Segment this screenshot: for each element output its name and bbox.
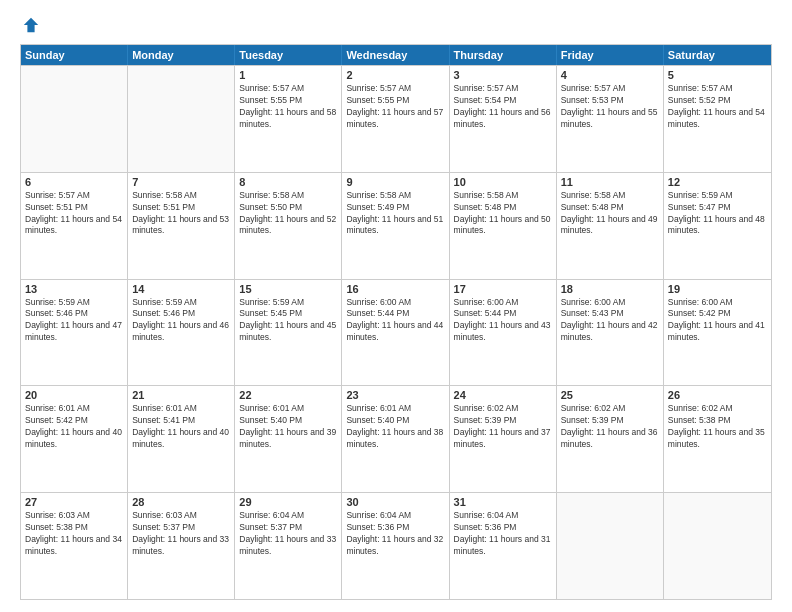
calendar-cell: 10Sunrise: 5:58 AM Sunset: 5:48 PM Dayli… (450, 173, 557, 279)
header-day-thursday: Thursday (450, 45, 557, 65)
day-number: 25 (561, 389, 659, 401)
day-info: Sunrise: 6:01 AM Sunset: 5:40 PM Dayligh… (346, 403, 444, 451)
day-number: 18 (561, 283, 659, 295)
day-number: 31 (454, 496, 552, 508)
day-number: 15 (239, 283, 337, 295)
day-info: Sunrise: 5:59 AM Sunset: 5:46 PM Dayligh… (132, 297, 230, 345)
calendar-cell: 8Sunrise: 5:58 AM Sunset: 5:50 PM Daylig… (235, 173, 342, 279)
day-number: 4 (561, 69, 659, 81)
day-number: 26 (668, 389, 767, 401)
calendar-cell: 20Sunrise: 6:01 AM Sunset: 5:42 PM Dayli… (21, 386, 128, 492)
day-info: Sunrise: 6:00 AM Sunset: 5:44 PM Dayligh… (454, 297, 552, 345)
day-info: Sunrise: 5:59 AM Sunset: 5:45 PM Dayligh… (239, 297, 337, 345)
day-info: Sunrise: 6:01 AM Sunset: 5:42 PM Dayligh… (25, 403, 123, 451)
calendar-cell: 5Sunrise: 5:57 AM Sunset: 5:52 PM Daylig… (664, 66, 771, 172)
day-number: 17 (454, 283, 552, 295)
calendar-cell: 31Sunrise: 6:04 AM Sunset: 5:36 PM Dayli… (450, 493, 557, 599)
calendar-cell (557, 493, 664, 599)
calendar-cell: 19Sunrise: 6:00 AM Sunset: 5:42 PM Dayli… (664, 280, 771, 386)
header-day-friday: Friday (557, 45, 664, 65)
day-info: Sunrise: 5:58 AM Sunset: 5:48 PM Dayligh… (561, 190, 659, 238)
day-info: Sunrise: 6:04 AM Sunset: 5:36 PM Dayligh… (346, 510, 444, 558)
day-number: 13 (25, 283, 123, 295)
header-day-wednesday: Wednesday (342, 45, 449, 65)
day-number: 2 (346, 69, 444, 81)
calendar-cell: 16Sunrise: 6:00 AM Sunset: 5:44 PM Dayli… (342, 280, 449, 386)
day-number: 6 (25, 176, 123, 188)
day-info: Sunrise: 6:04 AM Sunset: 5:36 PM Dayligh… (454, 510, 552, 558)
day-number: 10 (454, 176, 552, 188)
day-number: 24 (454, 389, 552, 401)
day-info: Sunrise: 6:03 AM Sunset: 5:38 PM Dayligh… (25, 510, 123, 558)
day-info: Sunrise: 5:57 AM Sunset: 5:53 PM Dayligh… (561, 83, 659, 131)
calendar-cell: 22Sunrise: 6:01 AM Sunset: 5:40 PM Dayli… (235, 386, 342, 492)
day-number: 16 (346, 283, 444, 295)
calendar-row-4: 20Sunrise: 6:01 AM Sunset: 5:42 PM Dayli… (21, 385, 771, 492)
header (20, 16, 772, 34)
calendar-cell: 7Sunrise: 5:58 AM Sunset: 5:51 PM Daylig… (128, 173, 235, 279)
day-info: Sunrise: 5:57 AM Sunset: 5:51 PM Dayligh… (25, 190, 123, 238)
day-info: Sunrise: 5:58 AM Sunset: 5:50 PM Dayligh… (239, 190, 337, 238)
day-info: Sunrise: 6:00 AM Sunset: 5:43 PM Dayligh… (561, 297, 659, 345)
day-number: 28 (132, 496, 230, 508)
day-info: Sunrise: 6:02 AM Sunset: 5:38 PM Dayligh… (668, 403, 767, 451)
day-info: Sunrise: 5:58 AM Sunset: 5:48 PM Dayligh… (454, 190, 552, 238)
svg-marker-0 (24, 18, 38, 32)
calendar-cell: 6Sunrise: 5:57 AM Sunset: 5:51 PM Daylig… (21, 173, 128, 279)
calendar-cell: 3Sunrise: 5:57 AM Sunset: 5:54 PM Daylig… (450, 66, 557, 172)
day-info: Sunrise: 5:57 AM Sunset: 5:54 PM Dayligh… (454, 83, 552, 131)
calendar-cell: 14Sunrise: 5:59 AM Sunset: 5:46 PM Dayli… (128, 280, 235, 386)
calendar-cell: 29Sunrise: 6:04 AM Sunset: 5:37 PM Dayli… (235, 493, 342, 599)
day-info: Sunrise: 6:00 AM Sunset: 5:44 PM Dayligh… (346, 297, 444, 345)
day-number: 29 (239, 496, 337, 508)
calendar-row-5: 27Sunrise: 6:03 AM Sunset: 5:38 PM Dayli… (21, 492, 771, 599)
day-number: 22 (239, 389, 337, 401)
calendar-cell: 18Sunrise: 6:00 AM Sunset: 5:43 PM Dayli… (557, 280, 664, 386)
calendar-cell: 17Sunrise: 6:00 AM Sunset: 5:44 PM Dayli… (450, 280, 557, 386)
day-info: Sunrise: 5:58 AM Sunset: 5:49 PM Dayligh… (346, 190, 444, 238)
day-number: 3 (454, 69, 552, 81)
day-number: 7 (132, 176, 230, 188)
page: SundayMondayTuesdayWednesdayThursdayFrid… (0, 0, 792, 612)
day-number: 14 (132, 283, 230, 295)
logo (20, 16, 40, 34)
day-info: Sunrise: 5:57 AM Sunset: 5:55 PM Dayligh… (239, 83, 337, 131)
day-number: 1 (239, 69, 337, 81)
calendar-cell: 27Sunrise: 6:03 AM Sunset: 5:38 PM Dayli… (21, 493, 128, 599)
day-number: 9 (346, 176, 444, 188)
calendar-cell: 1Sunrise: 5:57 AM Sunset: 5:55 PM Daylig… (235, 66, 342, 172)
calendar-cell: 28Sunrise: 6:03 AM Sunset: 5:37 PM Dayli… (128, 493, 235, 599)
day-info: Sunrise: 5:57 AM Sunset: 5:52 PM Dayligh… (668, 83, 767, 131)
calendar-cell: 11Sunrise: 5:58 AM Sunset: 5:48 PM Dayli… (557, 173, 664, 279)
day-info: Sunrise: 5:58 AM Sunset: 5:51 PM Dayligh… (132, 190, 230, 238)
calendar-cell: 30Sunrise: 6:04 AM Sunset: 5:36 PM Dayli… (342, 493, 449, 599)
day-number: 21 (132, 389, 230, 401)
calendar-body: 1Sunrise: 5:57 AM Sunset: 5:55 PM Daylig… (21, 65, 771, 599)
calendar-cell: 12Sunrise: 5:59 AM Sunset: 5:47 PM Dayli… (664, 173, 771, 279)
calendar-cell: 9Sunrise: 5:58 AM Sunset: 5:49 PM Daylig… (342, 173, 449, 279)
header-day-sunday: Sunday (21, 45, 128, 65)
day-number: 12 (668, 176, 767, 188)
calendar-cell: 26Sunrise: 6:02 AM Sunset: 5:38 PM Dayli… (664, 386, 771, 492)
calendar-cell: 2Sunrise: 5:57 AM Sunset: 5:55 PM Daylig… (342, 66, 449, 172)
header-day-monday: Monday (128, 45, 235, 65)
header-day-saturday: Saturday (664, 45, 771, 65)
calendar-cell: 4Sunrise: 5:57 AM Sunset: 5:53 PM Daylig… (557, 66, 664, 172)
day-info: Sunrise: 6:01 AM Sunset: 5:41 PM Dayligh… (132, 403, 230, 451)
calendar-cell: 23Sunrise: 6:01 AM Sunset: 5:40 PM Dayli… (342, 386, 449, 492)
calendar-cell (128, 66, 235, 172)
calendar-row-2: 6Sunrise: 5:57 AM Sunset: 5:51 PM Daylig… (21, 172, 771, 279)
calendar-row-3: 13Sunrise: 5:59 AM Sunset: 5:46 PM Dayli… (21, 279, 771, 386)
calendar-row-1: 1Sunrise: 5:57 AM Sunset: 5:55 PM Daylig… (21, 65, 771, 172)
day-number: 27 (25, 496, 123, 508)
day-number: 20 (25, 389, 123, 401)
day-info: Sunrise: 6:02 AM Sunset: 5:39 PM Dayligh… (561, 403, 659, 451)
day-number: 19 (668, 283, 767, 295)
day-number: 8 (239, 176, 337, 188)
day-info: Sunrise: 6:01 AM Sunset: 5:40 PM Dayligh… (239, 403, 337, 451)
calendar-cell: 24Sunrise: 6:02 AM Sunset: 5:39 PM Dayli… (450, 386, 557, 492)
day-info: Sunrise: 5:59 AM Sunset: 5:47 PM Dayligh… (668, 190, 767, 238)
header-day-tuesday: Tuesday (235, 45, 342, 65)
day-info: Sunrise: 5:57 AM Sunset: 5:55 PM Dayligh… (346, 83, 444, 131)
day-number: 23 (346, 389, 444, 401)
